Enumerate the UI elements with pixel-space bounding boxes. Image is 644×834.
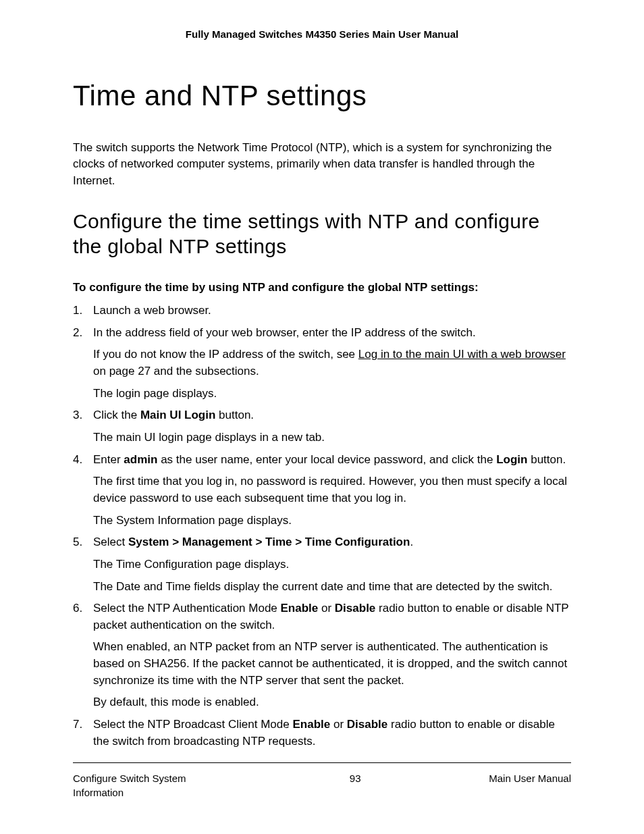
step-1: Launch a web browser.	[73, 303, 571, 319]
footer-section-name: Configure Switch System Information	[73, 771, 221, 801]
text-fragment: as the user name, enter your local devic…	[157, 453, 496, 466]
ui-label: Disable	[347, 718, 387, 731]
step-text: Launch a web browser.	[93, 304, 211, 317]
footer-page-number: 93	[221, 771, 489, 786]
step-4: Enter admin as the user name, enter your…	[73, 452, 571, 529]
step-3: Click the Main UI Login button. The main…	[73, 407, 571, 446]
text-fragment: on page 27 and the subsections.	[93, 365, 259, 377]
ui-label: Disable	[335, 602, 375, 615]
running-header: Fully Managed Switches M4350 Series Main…	[73, 27, 571, 42]
step-sub-paragraph: By default, this mode is enabled.	[93, 694, 571, 711]
step-5: Select System > Management > Time > Time…	[73, 534, 571, 595]
step-sub-paragraph: The first time that you log in, no passw…	[93, 473, 571, 506]
cross-reference-link[interactable]: Log in to the main UI with a web browser	[358, 348, 566, 361]
procedure-lead: To configure the time by using NTP and c…	[73, 280, 571, 296]
text-fragment: button.	[215, 409, 254, 421]
step-7: Select the NTP Broadcast Client Mode Ena…	[73, 716, 571, 750]
step-text: In the address field of your web browser…	[93, 326, 476, 339]
procedure-list: Launch a web browser. In the address fie…	[73, 303, 571, 750]
page-footer: Configure Switch System Information 93 M…	[73, 762, 571, 801]
intro-paragraph: The switch supports the Network Time Pro…	[73, 140, 571, 190]
footer-manual-name: Main User Manual	[489, 771, 571, 786]
text-fragment: Select the NTP Broadcast Client Mode	[93, 718, 292, 731]
text-fragment: Select	[93, 536, 128, 548]
ui-label: admin	[124, 453, 157, 466]
text-fragment: Enter	[93, 453, 124, 466]
ui-label: Login	[496, 453, 527, 466]
text-fragment: or	[330, 718, 347, 731]
step-sub-paragraph: The main UI login page displays in a new…	[93, 429, 571, 446]
ui-label: Enable	[281, 602, 319, 615]
text-fragment: Click the	[93, 409, 140, 421]
step-sub-paragraph: The Time Configuration page displays.	[93, 556, 571, 573]
step-sub-paragraph: The login page displays.	[93, 386, 571, 402]
text-fragment: If you do not know the IP address of the…	[93, 348, 358, 361]
ui-label: Main UI Login	[140, 409, 215, 421]
step-sub-paragraph: When enabled, an NTP packet from an NTP …	[93, 639, 571, 689]
text-fragment: Select the NTP Authentication Mode	[93, 602, 281, 615]
ui-menu-path: System > Management > Time > Time Config…	[128, 536, 410, 548]
step-sub-paragraph: The Date and Time fields display the cur…	[93, 579, 571, 596]
step-6: Select the NTP Authentication Mode Enabl…	[73, 600, 571, 711]
step-2: In the address field of your web browser…	[73, 325, 571, 402]
page-title: Time and NTP settings	[73, 76, 571, 117]
text-fragment: or	[318, 602, 335, 615]
ui-label: Enable	[292, 718, 330, 731]
section-heading: Configure the time settings with NTP and…	[73, 209, 571, 259]
text-fragment: button.	[527, 453, 566, 466]
step-sub-paragraph: The System Information page displays.	[93, 513, 571, 529]
step-sub-paragraph: If you do not know the IP address of the…	[93, 346, 571, 380]
text-fragment: .	[410, 536, 413, 548]
